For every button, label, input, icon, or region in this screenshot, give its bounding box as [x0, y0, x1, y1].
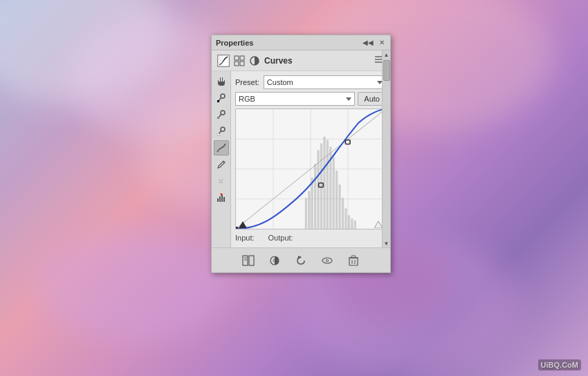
histogram-button[interactable] — [214, 190, 229, 205]
svg-rect-66 — [349, 258, 358, 265]
input-label: Input: — [235, 234, 255, 242]
panel-body: ⁙ Preset: Custom — [212, 71, 390, 247]
curves-adjustment-icon — [217, 55, 230, 67]
svg-rect-2 — [235, 56, 239, 60]
scroll-down-arrow[interactable]: ▼ — [383, 239, 391, 247]
clip-visibility-button[interactable] — [267, 253, 282, 268]
collapse-panel-button[interactable]: ◀◀ — [361, 39, 375, 46]
svg-rect-46 — [344, 208, 347, 229]
svg-rect-45 — [342, 198, 344, 229]
svg-rect-50 — [236, 227, 238, 229]
panel-controls: ◀◀ ✕ — [361, 39, 386, 46]
delete-button[interactable] — [346, 253, 361, 268]
close-panel-button[interactable]: ✕ — [378, 39, 386, 46]
svg-rect-22 — [219, 196, 221, 202]
svg-rect-44 — [338, 185, 340, 229]
preset-row: Preset: Custom — [235, 75, 386, 89]
svg-marker-62 — [298, 256, 302, 259]
svg-rect-38 — [320, 143, 322, 229]
svg-rect-42 — [333, 157, 335, 229]
svg-rect-15 — [217, 117, 219, 119]
channel-row: RGB Red Green Blue Auto — [235, 92, 386, 106]
reset-button[interactable] — [293, 253, 309, 268]
channel-select[interactable]: RGB Red Green Blue — [235, 92, 355, 106]
svg-rect-21 — [217, 198, 219, 202]
svg-rect-3 — [240, 56, 244, 60]
section-title: Curves — [264, 56, 293, 66]
visibility-button[interactable] — [320, 253, 335, 268]
svg-rect-1 — [218, 55, 223, 66]
svg-rect-57 — [249, 256, 254, 265]
pencil-tool-button[interactable] — [214, 157, 229, 172]
adjustment-type-icon — [234, 55, 245, 66]
svg-rect-18 — [217, 133, 219, 135]
svg-rect-40 — [327, 140, 329, 229]
properties-panel: Properties ◀◀ ✕ Curves — [211, 35, 391, 273]
curves-main-area: Preset: Custom RGB Red Green Blue Auto — [231, 71, 390, 247]
svg-rect-48 — [351, 218, 353, 229]
svg-point-65 — [327, 260, 328, 261]
anchor-tool-button[interactable]: ⁙ — [214, 173, 229, 189]
eyedropper-black-button[interactable] — [214, 91, 229, 106]
panel-titlebar: Properties ◀◀ ✕ — [212, 35, 390, 50]
eyedropper-white-button[interactable] — [214, 124, 229, 139]
svg-rect-4 — [235, 62, 239, 66]
preset-label: Preset: — [235, 78, 259, 86]
svg-rect-23 — [221, 195, 223, 202]
scroll-up-arrow[interactable]: ▲ — [383, 50, 391, 59]
input-output-row: Input: Output: — [235, 232, 386, 243]
svg-rect-5 — [240, 62, 244, 66]
svg-rect-56 — [243, 256, 248, 265]
watermark: UiBQ.CoM — [538, 361, 581, 369]
svg-rect-43 — [336, 171, 338, 229]
svg-rect-33 — [305, 198, 307, 229]
svg-rect-24 — [223, 197, 225, 202]
curves-edit-button[interactable] — [214, 140, 229, 156]
svg-rect-68 — [351, 256, 356, 258]
svg-marker-54 — [239, 221, 247, 228]
eyedropper-gray-button[interactable] — [214, 107, 229, 122]
svg-rect-36 — [314, 164, 316, 229]
output-label: Output: — [268, 234, 293, 242]
svg-text:⁙: ⁙ — [218, 178, 223, 185]
panel-title: Properties — [216, 39, 253, 47]
svg-rect-37 — [317, 150, 319, 229]
panel-footer — [212, 247, 390, 272]
svg-rect-35 — [311, 178, 313, 229]
black-point-slider[interactable] — [239, 220, 247, 229]
svg-rect-34 — [308, 191, 310, 229]
preset-select[interactable]: Custom — [264, 75, 386, 89]
curves-section-header: Curves — [212, 50, 390, 71]
collapse-to-icon-button[interactable] — [241, 253, 256, 268]
svg-rect-12 — [217, 100, 219, 102]
right-scrollbar[interactable]: ▲ ▼ — [382, 50, 390, 247]
curves-graph[interactable] — [235, 109, 386, 229]
svg-rect-49 — [354, 220, 356, 229]
svg-rect-47 — [348, 215, 350, 229]
left-toolbar: ⁙ — [212, 71, 231, 247]
layer-icon — [249, 55, 260, 66]
scroll-thumb[interactable] — [383, 60, 390, 81]
hand-tool-button[interactable] — [214, 74, 229, 89]
svg-rect-39 — [323, 137, 325, 229]
